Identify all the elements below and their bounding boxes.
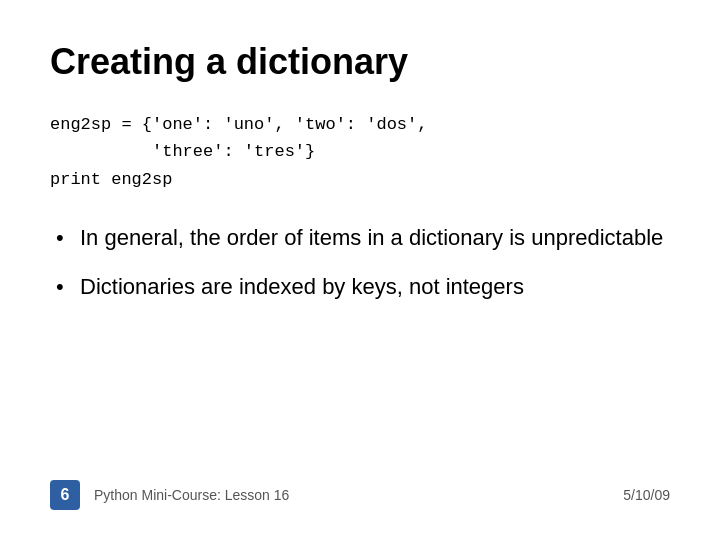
bullet-item-1: In general, the order of items in a dict… bbox=[50, 223, 670, 254]
code-block: eng2sp = {'one': 'uno', 'two': 'dos', 't… bbox=[50, 111, 670, 193]
bullet-list: In general, the order of items in a dict… bbox=[50, 223, 670, 472]
footer-course-title: Python Mini-Course: Lesson 16 bbox=[94, 487, 289, 503]
footer: 6 Python Mini-Course: Lesson 16 5/10/09 bbox=[50, 472, 670, 510]
slide-title: Creating a dictionary bbox=[50, 40, 670, 83]
bullet-item-2: Dictionaries are indexed by keys, not in… bbox=[50, 272, 670, 303]
code-line-1: eng2sp = {'one': 'uno', 'two': 'dos', bbox=[50, 111, 670, 138]
code-line-2: 'three': 'tres'} bbox=[50, 138, 670, 165]
footer-date: 5/10/09 bbox=[623, 487, 670, 503]
slide-number: 6 bbox=[50, 480, 80, 510]
slide: Creating a dictionary eng2sp = {'one': '… bbox=[0, 0, 720, 540]
footer-left: 6 Python Mini-Course: Lesson 16 bbox=[50, 480, 289, 510]
code-line-3: print eng2sp bbox=[50, 166, 670, 193]
